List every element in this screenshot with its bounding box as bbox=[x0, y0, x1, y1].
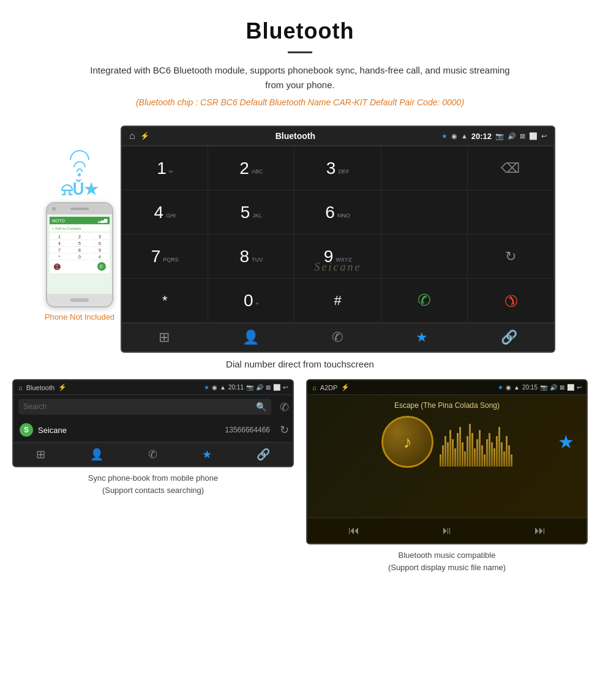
music-camera-icon: 📷 bbox=[540, 384, 547, 391]
car-dialpad-grid: 1∞ 2ABC 3DEF ⌫ 4GHI bbox=[122, 146, 554, 323]
usb-icon: ⚡ bbox=[140, 132, 149, 140]
car-key-4[interactable]: 4GHI bbox=[122, 190, 208, 235]
phone-add-contacts: + Add to Contacts bbox=[50, 225, 110, 231]
car-backspace[interactable]: ⌫ bbox=[468, 146, 554, 190]
bottom-row: ⌂ Bluetooth ⚡ ★ ◉ ▲ 20:11 📷 🔊 ⊠ ⬜ ↩ bbox=[0, 379, 600, 585]
contacts-back-icon[interactable]: ↩ bbox=[283, 384, 288, 391]
contacts-call-icon[interactable]: ✆ bbox=[280, 401, 289, 414]
car-key-6[interactable]: 6MNO bbox=[294, 190, 381, 235]
car-key-hash[interactable]: # bbox=[294, 279, 381, 323]
contacts-screen: ⌂ Bluetooth ⚡ ★ ◉ ▲ 20:11 📷 🔊 ⊠ ⬜ ↩ bbox=[12, 379, 294, 467]
contacts-refresh-icon[interactable]: ↻ bbox=[280, 423, 289, 437]
contacts-nav-person-icon[interactable]: 👤 bbox=[90, 448, 103, 461]
camera-icon: 📷 bbox=[495, 132, 504, 140]
music-bottom-nav: ⏮ ⏯ ⏭ bbox=[307, 517, 587, 543]
phone-key-3[interactable]: 3 bbox=[91, 234, 108, 240]
back-icon[interactable]: ↩ bbox=[541, 132, 547, 140]
phone-key-star[interactable]: * bbox=[51, 254, 68, 260]
header-description: Integrated with BC6 Bluetooth module, su… bbox=[86, 63, 514, 92]
phone-not-included-label: Phone Not Included bbox=[45, 312, 114, 322]
phone-camera-icon bbox=[52, 207, 56, 211]
car-status-bar: ⌂ ⚡ Bluetooth ★ ◉ ▲ 20:12 📷 🔊 ⊠ ⬜ ↩ bbox=[122, 127, 554, 146]
header-specs: (Bluetooth chip : CSR BC6 Default Blueto… bbox=[12, 97, 588, 107]
phone-carrier: MOTO bbox=[52, 219, 65, 223]
phone-key-0[interactable]: 0 bbox=[71, 254, 88, 260]
car-key-empty-3 bbox=[468, 190, 554, 235]
contacts-wifi-icon: ▲ bbox=[220, 384, 226, 391]
bluetooth-music-icon: ★ bbox=[558, 431, 574, 453]
car-key-2[interactable]: 2ABC bbox=[208, 146, 294, 190]
bluetooth-music-area: ★ bbox=[558, 416, 574, 468]
music-prev-icon[interactable]: ⏮ bbox=[348, 524, 359, 537]
contacts-nav-phone-icon[interactable]: ✆ bbox=[148, 448, 157, 461]
bt-symbol-area: ⍾ Ǔ★ bbox=[61, 179, 98, 200]
bluetooth-symbol-icon: ⍾ bbox=[61, 179, 72, 200]
phone-call-button[interactable]: ✆ bbox=[97, 262, 106, 271]
search-icon[interactable]: 🔍 bbox=[256, 402, 266, 412]
contact-row-seicane[interactable]: S Seicane 13566664466 bbox=[13, 418, 276, 442]
contact-name-seicane: Seicane bbox=[38, 426, 225, 435]
contact-number-seicane: 13566664466 bbox=[225, 426, 270, 434]
phone-dial-row-2: 4 5 6 bbox=[51, 241, 108, 247]
car-key-5[interactable]: 5JKL bbox=[208, 190, 294, 235]
contacts-nav-bt-icon[interactable]: ★ bbox=[202, 448, 212, 461]
music-next-icon[interactable]: ⏭ bbox=[534, 524, 546, 537]
music-item: ⌂ A2DP ⚡ ★ ◉ ▲ 20:15 📷 🔊 ⊠ ⬜ ↩ bbox=[306, 379, 588, 573]
car-hangup-button[interactable]: ✆ bbox=[468, 279, 554, 323]
car-refresh[interactable]: ↻ bbox=[468, 235, 554, 279]
car-call-button[interactable]: ✆ bbox=[381, 279, 468, 323]
phone-key-hash[interactable]: # bbox=[91, 254, 108, 260]
phone-mockup-container: ⍾ Ǔ★ MOTO ▂▄▆ + Add to Contacts bbox=[45, 150, 114, 322]
phone-bottom-bar bbox=[47, 294, 112, 306]
car-key-0[interactable]: 0+ bbox=[208, 279, 294, 323]
phone-key-7[interactable]: 7 bbox=[51, 247, 68, 254]
phone-key-1[interactable]: 1 bbox=[51, 234, 68, 240]
car-nav-grid-icon[interactable]: ⊞ bbox=[159, 329, 170, 345]
song-title: Escape (The Pina Colada Song) bbox=[394, 401, 500, 410]
phone-home-button[interactable] bbox=[70, 298, 89, 302]
car-key-8[interactable]: 8TUV bbox=[208, 235, 294, 279]
car-key-star[interactable]: * bbox=[122, 279, 208, 323]
music-caption: Bluetooth music compatible(Support displ… bbox=[306, 549, 588, 573]
car-key-empty-2 bbox=[381, 190, 468, 235]
phone-mockup: MOTO ▂▄▆ + Add to Contacts 1 2 3 4 5 bbox=[46, 202, 113, 307]
phone-key-9[interactable]: 9 bbox=[91, 247, 108, 254]
contacts-home-icon[interactable]: ⌂ bbox=[18, 384, 23, 391]
main-caption: Dial number direct from touchscreen bbox=[0, 359, 600, 369]
phone-key-2[interactable]: 2 bbox=[71, 234, 88, 240]
car-key-9[interactable]: 9WXYZ bbox=[294, 235, 381, 279]
phone-key-8[interactable]: 8 bbox=[71, 247, 88, 254]
car-key-3[interactable]: 3DEF bbox=[294, 146, 381, 190]
car-status-right: ★ ◉ ▲ 20:12 📷 🔊 ⊠ ⬜ ↩ bbox=[441, 132, 547, 141]
car-nav-link-icon[interactable]: 🔗 bbox=[501, 329, 517, 345]
contacts-nav-link-icon[interactable]: 🔗 bbox=[257, 448, 270, 461]
wifi-status-icon: ▲ bbox=[461, 132, 468, 140]
contacts-status-bar: ⌂ Bluetooth ⚡ ★ ◉ ▲ 20:11 📷 🔊 ⊠ ⬜ ↩ bbox=[13, 380, 293, 395]
car-nav-contacts-icon[interactable]: 👤 bbox=[242, 329, 259, 345]
music-home-icon[interactable]: ⌂ bbox=[312, 384, 317, 391]
car-nav-phone-icon[interactable]: ✆ bbox=[332, 329, 343, 345]
main-area: ⍾ Ǔ★ MOTO ▂▄▆ + Add to Contacts bbox=[0, 119, 600, 353]
phone-key-5[interactable]: 5 bbox=[71, 241, 88, 247]
contact-avatar-s: S bbox=[20, 423, 33, 437]
contacts-main: Search 🔍 S Seicane 13566664466 bbox=[13, 395, 276, 442]
car-key-7[interactable]: 7PQRS bbox=[122, 235, 208, 279]
contacts-nav-grid-icon[interactable]: ⊞ bbox=[36, 448, 45, 461]
music-playpause-icon[interactable]: ⏯ bbox=[441, 524, 452, 537]
wifi-arc-small bbox=[77, 168, 83, 172]
phone-key-4[interactable]: 4 bbox=[51, 241, 68, 247]
car-key-1[interactable]: 1∞ bbox=[122, 146, 208, 190]
wifi-arc-medium bbox=[73, 161, 86, 167]
music-note-icon: ♪ bbox=[403, 432, 412, 452]
music-back-icon[interactable]: ↩ bbox=[577, 384, 582, 391]
home-icon[interactable]: ⌂ bbox=[129, 130, 135, 141]
contacts-win-icon: ⬜ bbox=[273, 384, 280, 391]
phone-key-6[interactable]: 6 bbox=[91, 241, 108, 247]
contacts-search-bar[interactable]: Search 🔍 bbox=[18, 399, 271, 415]
contacts-right-icons: ✆ ↻ bbox=[276, 395, 293, 442]
contacts-bt-icon: ★ bbox=[204, 384, 209, 391]
album-area: ♪ ★ bbox=[313, 416, 580, 468]
car-nav-bluetooth-icon[interactable]: ★ bbox=[416, 329, 428, 345]
car-dial-screen-wrap: ⌂ ⚡ Bluetooth ★ ◉ ▲ 20:12 📷 🔊 ⊠ ⬜ ↩ bbox=[121, 126, 555, 353]
location-icon: ◉ bbox=[451, 132, 457, 140]
